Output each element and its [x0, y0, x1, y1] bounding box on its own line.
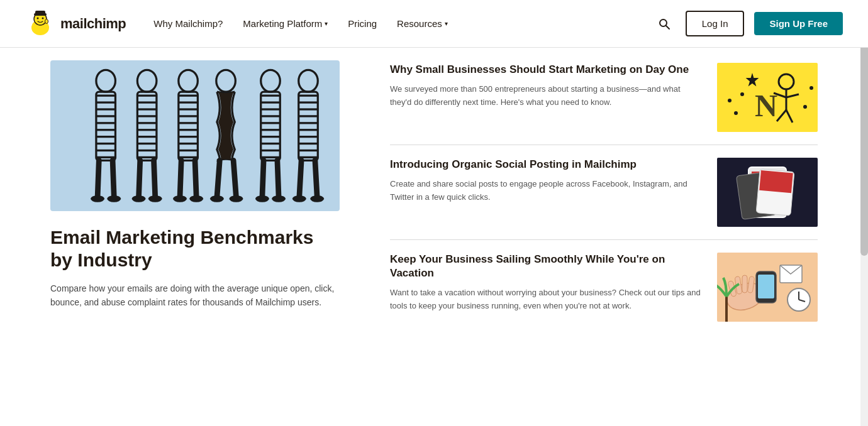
article-1-thumbnail: N: [717, 63, 818, 132]
svg-rect-75: [261, 129, 281, 131]
svg-rect-53: [179, 122, 198, 124]
article-2-desc: Create and share social posts to engage …: [390, 178, 702, 204]
svg-rect-37: [137, 122, 157, 124]
svg-rect-91: [299, 129, 318, 131]
article-2-title: Introducing Organic Social Posting in Ma…: [390, 158, 702, 172]
featured-title: Email Marketing Benchmarks by Industry: [50, 226, 340, 271]
svg-line-100: [786, 110, 793, 123]
article-item-3[interactable]: Keep Your Business Sailing Smoothly Whil…: [390, 240, 818, 334]
svg-rect-26: [96, 156, 116, 158]
scrollbar-track[interactable]: [860, 0, 868, 359]
svg-point-48: [189, 195, 203, 202]
search-button[interactable]: [653, 13, 676, 35]
article-3-thumbnail: [717, 253, 818, 322]
svg-line-29: [139, 160, 140, 197]
svg-rect-24: [96, 143, 116, 145]
svg-rect-55: [179, 136, 198, 138]
svg-line-66: [262, 160, 264, 197]
svg-rect-51: [179, 108, 198, 110]
svg-point-59: [216, 70, 236, 92]
svg-rect-79: [261, 156, 281, 158]
featured-article: Email Marketing Benchmarks by Industry C…: [50, 60, 340, 334]
featured-image[interactable]: [50, 60, 340, 211]
svg-rect-71: [261, 101, 281, 103]
svg-line-82: [299, 160, 301, 197]
svg-rect-52: [179, 115, 198, 117]
svg-rect-34: [137, 101, 157, 103]
login-button[interactable]: Log In: [686, 11, 745, 36]
svg-rect-42: [137, 156, 157, 158]
svg-point-11: [96, 70, 116, 92]
svg-rect-33: [137, 95, 157, 97]
svg-rect-20: [96, 115, 116, 117]
svg-rect-56: [179, 143, 198, 145]
svg-line-13: [97, 160, 99, 197]
nav-marketing-platform[interactable]: Marketing Platform ▾: [235, 13, 335, 34]
svg-point-106: [803, 105, 807, 109]
svg-rect-58: [179, 156, 198, 158]
article-2-illustration: [717, 158, 818, 227]
svg-rect-18: [96, 101, 116, 103]
article-3-illustration: [717, 253, 818, 322]
svg-point-104: [734, 111, 738, 115]
svg-rect-19: [96, 108, 116, 110]
svg-rect-122: [758, 275, 774, 298]
svg-line-30: [154, 160, 155, 197]
svg-point-27: [137, 70, 157, 92]
svg-rect-88: [299, 108, 318, 110]
svg-rect-73: [261, 115, 281, 117]
svg-rect-74: [261, 122, 281, 124]
nav-pricing[interactable]: Pricing: [340, 13, 384, 34]
featured-illustration: [50, 60, 340, 211]
svg-rect-50: [179, 101, 198, 103]
nav-why-mailchimp[interactable]: Why Mailchimp?: [146, 13, 230, 34]
article-2-thumbnail: [717, 158, 818, 227]
svg-rect-25: [96, 150, 116, 151]
svg-rect-90: [299, 122, 318, 124]
svg-rect-92: [299, 136, 318, 138]
svg-rect-93: [299, 143, 318, 145]
article-3-title: Keep Your Business Sailing Smoothly Whil…: [390, 253, 702, 280]
svg-point-69: [272, 195, 286, 202]
logo-link[interactable]: mailchimp: [25, 9, 126, 39]
svg-point-85: [310, 195, 324, 202]
svg-line-83: [315, 160, 317, 197]
svg-rect-22: [96, 129, 116, 131]
svg-rect-119: [742, 275, 747, 293]
svg-point-43: [179, 70, 198, 92]
svg-point-105: [740, 92, 744, 96]
svg-rect-76: [261, 136, 281, 138]
svg-line-101: [777, 110, 786, 121]
svg-point-96: [779, 74, 794, 89]
svg-rect-35: [137, 108, 157, 110]
svg-rect-38: [137, 129, 157, 131]
svg-point-103: [728, 99, 732, 102]
article-1-desc: We surveyed more than 500 entrepreneurs …: [390, 83, 702, 109]
svg-point-5: [42, 17, 44, 19]
svg-rect-7: [35, 11, 45, 15]
article-1-illustration: N: [717, 63, 818, 132]
svg-rect-70: [261, 95, 281, 97]
svg-line-60: [217, 160, 220, 197]
svg-point-80: [299, 70, 318, 92]
svg-marker-102: [746, 73, 759, 87]
nav-resources[interactable]: Resources ▾: [389, 13, 455, 34]
article-3-desc: Want to take a vacation without worrying…: [390, 287, 702, 313]
svg-rect-40: [137, 143, 157, 145]
main-content: Email Marketing Benchmarks by Industry C…: [0, 48, 868, 359]
marketing-chevron-icon: ▾: [325, 20, 328, 27]
articles-list: Why Small Businesses Should Start Market…: [390, 60, 818, 334]
article-item-2[interactable]: Introducing Organic Social Posting in Ma…: [390, 145, 818, 240]
svg-rect-49: [179, 95, 198, 97]
article-item-1[interactable]: Why Small Businesses Should Start Market…: [390, 60, 818, 145]
svg-rect-41: [137, 150, 157, 151]
svg-rect-36: [137, 115, 157, 117]
search-icon: [658, 18, 670, 30]
svg-rect-77: [261, 143, 281, 145]
svg-rect-115: [759, 170, 793, 193]
svg-line-14: [113, 160, 114, 197]
svg-rect-94: [299, 150, 318, 151]
svg-point-64: [261, 70, 281, 92]
svg-point-62: [210, 195, 224, 202]
signup-button[interactable]: Sign Up Free: [754, 12, 843, 35]
